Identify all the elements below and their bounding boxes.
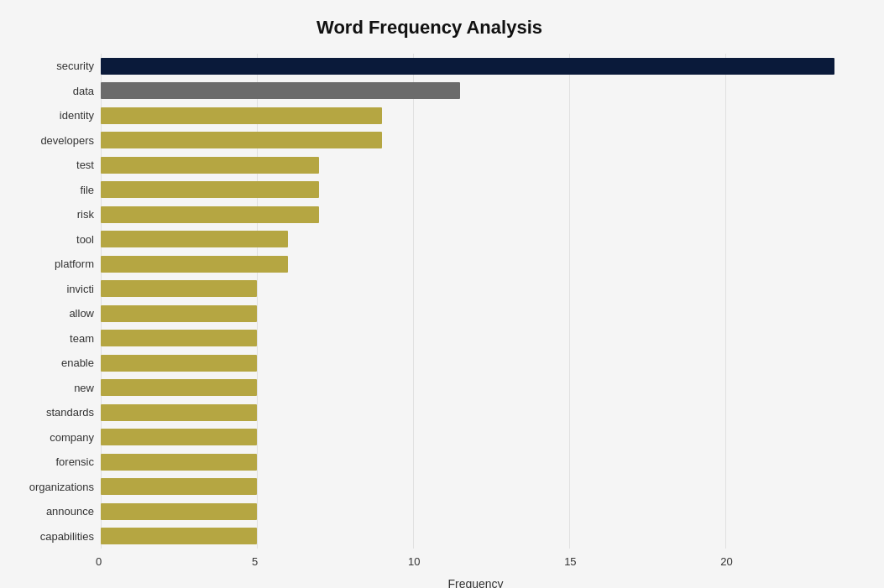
- y-label-allow: allow: [69, 303, 94, 325]
- y-label-organizations: organizations: [29, 476, 94, 497]
- y-label-platform: platform: [55, 253, 94, 275]
- y-label-data: data: [73, 80, 94, 101]
- y-label-file: file: [80, 179, 94, 200]
- chart-container: Word Frequency Analysis securitydataiden…: [0, 0, 884, 588]
- bar-identity: [101, 107, 382, 124]
- y-label-invicti: invicti: [66, 278, 94, 299]
- chart-title: Word Frequency Analysis: [8, 17, 850, 39]
- bar-row-allow: [101, 303, 850, 325]
- x-axis-label: Frequency: [101, 577, 850, 588]
- bar-row-data: [101, 80, 850, 101]
- bar-file: [101, 181, 319, 198]
- y-label-risk: risk: [77, 204, 94, 226]
- y-labels: securitydataidentitydeveloperstestfileri…: [8, 54, 101, 549]
- bar-platform: [101, 256, 288, 273]
- bar-test: [101, 157, 319, 174]
- bar-row-new: [101, 377, 850, 398]
- bar-row-team: [101, 327, 850, 349]
- bar-row-tool: [101, 228, 850, 250]
- bar-row-security: [101, 55, 850, 77]
- chart-area: securitydataidentitydeveloperstestfileri…: [8, 54, 850, 549]
- bar-tool: [101, 231, 288, 247]
- y-label-developers: developers: [40, 129, 94, 151]
- bar-capabilities: [101, 528, 257, 544]
- x-tick-5: 5: [252, 555, 258, 568]
- bar-team: [101, 330, 257, 346]
- bar-row-platform: [101, 253, 850, 275]
- y-label-announce: announce: [46, 501, 94, 523]
- bar-row-risk: [101, 204, 850, 226]
- y-label-company: company: [50, 426, 94, 448]
- bar-security: [101, 58, 834, 75]
- bar-row-test: [101, 154, 850, 176]
- bar-data: [101, 82, 460, 99]
- bar-standards: [101, 404, 257, 421]
- y-label-tool: tool: [76, 228, 94, 250]
- bar-row-forensic: [101, 451, 850, 473]
- bar-row-developers: [101, 129, 850, 151]
- bar-company: [101, 429, 257, 445]
- bar-new: [101, 379, 257, 396]
- y-label-test: test: [76, 154, 94, 176]
- bar-row-company: [101, 426, 850, 448]
- x-tick-0: 0: [96, 555, 102, 568]
- bar-risk: [101, 206, 319, 223]
- y-label-security: security: [56, 55, 94, 77]
- y-label-forensic: forensic: [55, 451, 94, 473]
- y-label-capabilities: capabilities: [40, 525, 94, 547]
- bar-row-announce: [101, 501, 850, 523]
- bar-row-identity: [101, 105, 850, 127]
- bar-row-enable: [101, 352, 850, 374]
- bar-row-capabilities: [101, 525, 850, 547]
- bar-enable: [101, 355, 257, 372]
- bar-organizations: [101, 478, 257, 495]
- bar-announce: [101, 503, 257, 520]
- x-axis: 05101520: [101, 555, 850, 572]
- bar-invicti: [101, 280, 257, 297]
- bar-row-organizations: [101, 476, 850, 497]
- y-label-team: team: [70, 327, 94, 349]
- x-tick-20: 20: [720, 555, 732, 568]
- bar-row-standards: [101, 402, 850, 424]
- y-label-identity: identity: [60, 105, 94, 127]
- bars-area: [101, 54, 850, 549]
- bar-allow: [101, 305, 257, 322]
- x-tick-10: 10: [408, 555, 420, 568]
- bar-developers: [101, 132, 382, 148]
- y-label-new: new: [74, 377, 94, 398]
- bar-row-invicti: [101, 278, 850, 299]
- bar-row-file: [101, 179, 850, 200]
- y-label-enable: enable: [61, 352, 94, 374]
- y-label-standards: standards: [46, 402, 94, 424]
- bar-forensic: [101, 454, 257, 471]
- x-tick-15: 15: [564, 555, 576, 568]
